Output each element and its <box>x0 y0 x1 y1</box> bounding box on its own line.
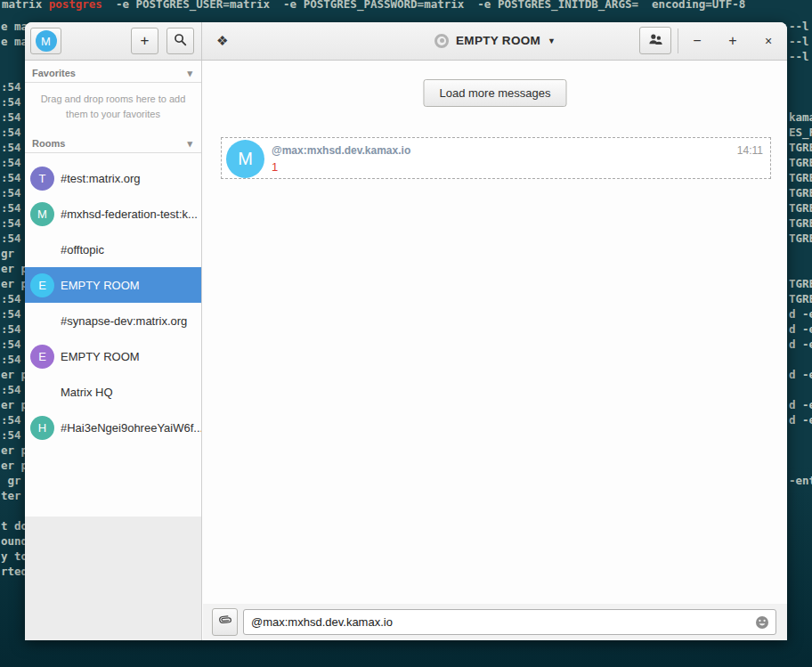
add-room-button[interactable]: + <box>131 28 158 54</box>
room-avatar: H <box>30 416 54 440</box>
chat-pane: Load more messages M @max:mxhsd.dev.kama… <box>203 61 787 640</box>
room-list-item[interactable]: #offtopic <box>25 232 201 267</box>
emoji-icon[interactable] <box>755 615 769 633</box>
room-label: #synapse-dev:matrix.org <box>61 314 187 328</box>
room-list-item[interactable]: E EMPTY ROOM <box>25 338 201 374</box>
room-label: EMPTY ROOM <box>61 279 140 292</box>
members-toggle-button[interactable] <box>639 27 671 54</box>
message-row[interactable]: M @max:mxhsd.dev.kamax.io 1 14:11 <box>221 137 771 179</box>
search-icon <box>174 33 187 50</box>
message-body: 1 <box>272 160 278 174</box>
room-label: #test:matrix.org <box>61 172 141 185</box>
room-list-item[interactable]: E EMPTY ROOM <box>25 267 201 303</box>
room-avatar: E <box>30 273 54 297</box>
room-title-dropdown[interactable]: EMPTY ROOM ▼ <box>434 22 556 59</box>
rooms-collapse-icon[interactable]: ▾ <box>187 138 192 150</box>
room-avatar-placeholder-icon <box>434 34 449 48</box>
favorites-collapse-icon[interactable]: ▾ <box>187 68 192 79</box>
room-label: #Hai3eNgei9ohreeYaiW6f... <box>61 421 201 435</box>
room-avatar: M <box>30 202 54 226</box>
paperclip-icon <box>218 614 231 630</box>
room-avatar: T <box>30 167 54 191</box>
two-people-icon <box>648 33 663 49</box>
chevron-down-icon: ▼ <box>548 37 556 45</box>
room-list-item[interactable]: M #mxhsd-federation-test:k... <box>25 196 201 232</box>
rooms-label: Rooms <box>32 138 65 149</box>
rooms-section-header[interactable]: Rooms ▾ <box>25 134 201 153</box>
maximize-button[interactable]: + <box>719 28 746 54</box>
sidebar-header: M + <box>25 22 202 60</box>
room-label: #offtopic <box>61 243 104 256</box>
matrix-client-window: M + ❖ EMPTY ROOM ▼ <box>25 22 787 640</box>
room-title: EMPTY ROOM <box>456 34 540 47</box>
message-input-wrap <box>243 609 776 635</box>
room-list-item[interactable]: Matrix HQ <box>25 374 201 410</box>
app-icon: ❖ <box>216 33 228 49</box>
main-header: ❖ EMPTY ROOM ▼ − + × <box>203 22 787 60</box>
favorites-hint: Drag and drop rooms here to add them to … <box>37 92 189 122</box>
room-avatar: E <box>30 345 54 369</box>
composer-bar <box>203 604 787 640</box>
headerbar: M + ❖ EMPTY ROOM ▼ <box>25 22 787 61</box>
header-separator <box>678 28 678 53</box>
favorites-label: Favorites <box>32 68 76 78</box>
room-label: EMPTY ROOM <box>61 350 140 363</box>
room-list: T #test:matrix.org M #mxhsd-federation-t… <box>25 160 201 445</box>
room-label: Matrix HQ <box>61 386 113 399</box>
minimize-button[interactable]: − <box>684 28 710 54</box>
terminal-right-column: --l --l --l kama ES_F TGRE TGRE TGRE TGR… <box>789 19 812 488</box>
room-list-item[interactable]: #synapse-dev:matrix.org <box>25 303 201 338</box>
room-list-item[interactable]: H #Hai3eNgei9ohreeYaiW6f... <box>25 410 201 445</box>
message-input[interactable] <box>244 610 775 634</box>
message-sender[interactable]: @max:mxhsd.dev.kamax.io <box>272 144 410 157</box>
message-avatar[interactable]: M <box>226 140 264 178</box>
room-list-item[interactable]: T #test:matrix.org <box>25 160 201 196</box>
search-button[interactable] <box>166 28 194 54</box>
user-account-button[interactable]: M <box>30 28 61 54</box>
terminal-top-line: matrix postgres -e POSTGRES_USER=matrix … <box>2 0 745 12</box>
room-label: #mxhsd-federation-test:k... <box>61 207 198 221</box>
close-button[interactable]: × <box>755 28 782 54</box>
user-avatar: M <box>36 30 57 52</box>
attach-file-button[interactable] <box>212 608 238 636</box>
sidebar: Favorites ▾ Drag and drop rooms here to … <box>25 61 202 640</box>
room-list-pane: Favorites ▾ Drag and drop rooms here to … <box>25 61 201 517</box>
terminal-left-column: e ma e ma :54 :54 :54 :54 :54 :54 :54 :5… <box>1 19 28 579</box>
message-timestamp: 14:11 <box>737 144 763 157</box>
favorites-section-header[interactable]: Favorites ▾ <box>25 64 201 83</box>
load-more-messages-button[interactable]: Load more messages <box>423 79 566 107</box>
